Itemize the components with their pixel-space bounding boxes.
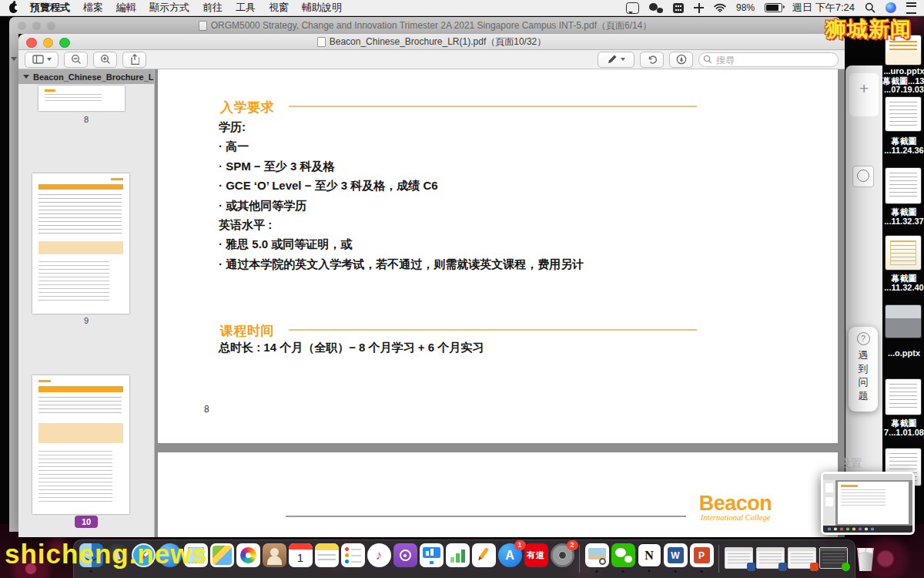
- background-window-traffic-lights: [18, 22, 55, 30]
- notification-center-icon[interactable]: [906, 2, 916, 14]
- text-line: · 通过本学院的英文入学考试，若不通过，则需就读英文课程，费用另计: [219, 254, 584, 274]
- notion-glyph: N: [644, 549, 654, 563]
- dock-minimized-window[interactable]: [756, 547, 785, 569]
- wechat-status-icon[interactable]: [649, 3, 663, 13]
- sidebar-document-header[interactable]: Beacon_Chinese_Brochure_LR...: [18, 69, 154, 84]
- dock-music-icon[interactable]: ♪: [367, 543, 391, 567]
- dock-powerpoint-icon[interactable]: P: [690, 543, 714, 567]
- bubble-decor: [615, 548, 626, 557]
- partially-hidden-window[interactable]: +: [845, 66, 882, 482]
- desktop-file-label[interactable]: ...11.24.36: [882, 146, 924, 155]
- admission-requirements-text: 学历: · 高一 · SPM − 至少 3 科及格 · GCE ‘O’ Leve…: [219, 117, 584, 274]
- screenshot-floating-preview[interactable]: [821, 472, 915, 535]
- battery-icon[interactable]: [765, 3, 782, 12]
- preview-window: Beacon_Chinese_Brochure_LR(1).pdf（頁面10/3…: [18, 34, 845, 537]
- minimize-icon[interactable]: [43, 38, 54, 49]
- dock-minimized-window[interactable]: [788, 547, 816, 569]
- menu-window[interactable]: 視窗: [269, 1, 289, 15]
- menu-go[interactable]: 前往: [203, 1, 223, 15]
- helper-char: 题: [859, 389, 869, 403]
- close-icon[interactable]: [26, 38, 37, 49]
- desktop-file-label[interactable]: ...11.32.37: [882, 217, 924, 226]
- dock-calendar-icon[interactable]: 1: [289, 543, 313, 567]
- siri-icon[interactable]: [886, 2, 896, 13]
- share-button[interactable]: [122, 52, 146, 68]
- menu-help[interactable]: 輔助說明: [302, 1, 342, 15]
- dock-notes-icon[interactable]: [315, 543, 339, 567]
- dock-numbers-icon[interactable]: [446, 543, 470, 567]
- desktop-file-thumbnail[interactable]: [886, 236, 921, 270]
- menu-file[interactable]: 檔案: [83, 1, 103, 15]
- dock-word-icon[interactable]: W: [664, 543, 688, 567]
- dock-notion-icon[interactable]: N: [638, 543, 661, 567]
- powerpoint-badge-decor: [810, 563, 819, 571]
- inactive-close-icon[interactable]: [18, 22, 26, 30]
- desktop-file-thumbnail[interactable]: [886, 379, 921, 415]
- display-move-icon[interactable]: [694, 3, 704, 13]
- desktop-file-label[interactable]: ...11.32.40: [882, 283, 924, 292]
- dock-youdao-icon[interactable]: 有道: [524, 543, 548, 567]
- markup-pen-button[interactable]: [598, 52, 634, 68]
- dock-system-preferences-icon[interactable]: 2: [551, 543, 574, 567]
- text-line: 学历:: [219, 117, 584, 136]
- disclosure-triangle-icon[interactable]: [23, 75, 29, 79]
- inactive-zoom-icon[interactable]: [47, 22, 55, 30]
- running-indicator: [648, 570, 651, 572]
- menu-tools[interactable]: 工具: [236, 1, 256, 15]
- keyboard-grid-icon[interactable]: [673, 3, 684, 13]
- rotate-button[interactable]: [640, 52, 664, 68]
- sidebar-view-button[interactable]: [25, 52, 59, 68]
- appstore-glyph: A: [505, 549, 514, 563]
- dock-minimized-window[interactable]: [819, 547, 848, 569]
- preview-titlebar[interactable]: Beacon_Chinese_Brochure_LR(1).pdf（頁面10/3…: [18, 34, 845, 50]
- dock-keynote-icon[interactable]: [420, 543, 444, 567]
- dock-preview-icon[interactable]: [585, 543, 609, 567]
- background-window-titlebar[interactable]: ORGM5000 Strategy, Change and Innovation…: [9, 17, 841, 34]
- help-floating-tab[interactable]: ? 遇 到 问 题: [849, 327, 878, 412]
- desktop-file-label[interactable]: ...07.19.03: [882, 85, 924, 94]
- inactive-minimize-icon[interactable]: [32, 22, 41, 30]
- running-indicator: [701, 570, 703, 573]
- dock-appstore-icon[interactable]: A1: [498, 543, 522, 567]
- menu-edit[interactable]: 編輯: [116, 1, 136, 15]
- desktop-file-label[interactable]: ...o.pptx: [882, 348, 924, 358]
- dock-wechat-icon[interactable]: [611, 543, 635, 567]
- page-9-thumbnail[interactable]: [32, 173, 129, 314]
- dock-podcasts-icon[interactable]: [393, 543, 417, 567]
- selected-page-badge: 10: [75, 516, 98, 528]
- menu-view[interactable]: 顯示方式: [149, 1, 189, 15]
- mini-sidebar: [823, 480, 835, 526]
- dock-contacts-icon[interactable]: [263, 543, 286, 567]
- markup-toolbar-button[interactable]: [669, 52, 693, 68]
- plus-icon[interactable]: +: [859, 79, 869, 98]
- menu-clock[interactable]: 週日 下午7:24: [792, 1, 855, 15]
- music-note-glyph: ♪: [376, 548, 383, 563]
- thumb-box-decor: [38, 423, 123, 443]
- calendar-day: 1: [289, 549, 313, 567]
- desktop-file-label[interactable]: 7...1.01.08: [882, 428, 924, 437]
- document-content-area[interactable]: 入学要求 学历: · 高一 · SPM − 至少 3 科及格 · GCE ‘O’…: [155, 69, 845, 537]
- dock-reminders-icon[interactable]: [341, 543, 365, 567]
- desktop-file-thumbnail[interactable]: [886, 168, 921, 203]
- desktop-file-thumbnail[interactable]: [886, 97, 921, 131]
- wifi-icon[interactable]: [714, 3, 726, 12]
- zoom-in-button[interactable]: [93, 52, 117, 68]
- preview-toolbar: [18, 50, 845, 69]
- dock-minimized-window[interactable]: [725, 547, 753, 569]
- zoom-out-button[interactable]: [64, 52, 88, 68]
- page-10-thumbnail-selected[interactable]: [32, 375, 129, 514]
- search-input[interactable]: [698, 52, 839, 67]
- menu-app-name[interactable]: 預覽程式: [30, 1, 70, 15]
- mini-window: [823, 474, 912, 533]
- dock-pages-icon[interactable]: [472, 543, 496, 567]
- dock-maps-icon[interactable]: [210, 543, 234, 567]
- apple-menu-icon[interactable]: [9, 3, 18, 13]
- thumb-lines-decor: [38, 451, 112, 502]
- input-method-icon[interactable]: [626, 2, 639, 14]
- dock-photos-icon[interactable]: [236, 543, 260, 567]
- page-8-thumbnail[interactable]: [38, 86, 125, 111]
- spotlight-search-icon[interactable]: [865, 2, 875, 13]
- desktop-file-label[interactable]: ...uro.pptx: [882, 66, 924, 76]
- zoom-icon[interactable]: [59, 38, 70, 49]
- desktop-file-thumbnail[interactable]: [886, 305, 921, 338]
